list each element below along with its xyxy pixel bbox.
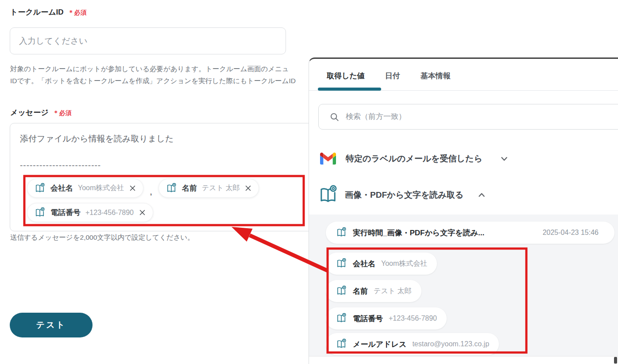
- message-divider-line: -------------------------: [20, 161, 101, 170]
- active-tab-indicator: [318, 88, 381, 91]
- group-ocr-action[interactable]: 画像・PDFから文字を読み取る: [317, 184, 487, 206]
- tab-basic-info[interactable]: 基本情報: [421, 71, 451, 81]
- message-editor[interactable]: 添付ファイルから情報を読み取りました ---------------------…: [10, 123, 329, 231]
- variable-search-input[interactable]: [346, 112, 618, 121]
- value-text: testaro@yoom.123.co.jp: [412, 340, 489, 348]
- panel-tabs: 取得した値 日付 基本情報: [309, 59, 618, 91]
- ocr-book-icon: [34, 183, 46, 194]
- talkroom-id-label-row: トークルームID ＊必須: [10, 7, 87, 17]
- chip-separator: ,: [150, 187, 152, 197]
- value-text: テスト 太郎: [374, 287, 412, 296]
- scrollbar-thumb[interactable]: [614, 357, 617, 364]
- message-text-line: 添付ファイルから情報を読み取りました: [20, 133, 174, 145]
- variable-chip-row: 電話番号 +123-456-7890: [27, 203, 153, 222]
- value-pill-name[interactable]: 名前 テスト 太郎: [326, 280, 421, 302]
- tab-date[interactable]: 日付: [385, 71, 400, 81]
- chip-label: 電話番号: [50, 207, 81, 218]
- chip-label: 名前: [182, 183, 197, 193]
- ocr-book-icon: [317, 184, 339, 206]
- required-badge: ＊必須: [68, 9, 87, 17]
- message-help-text: 送信するメッセージを2,000文字以内で設定してください。: [10, 233, 194, 242]
- value-pill-company[interactable]: 会社名 Yoom株式会社: [326, 253, 437, 275]
- talkroom-id-label: トークルームID: [10, 7, 64, 17]
- variable-search-box[interactable]: [318, 104, 618, 130]
- ocr-book-icon: [336, 338, 347, 350]
- group-gmail-trigger[interactable]: 特定のラベルのメールを受信したら: [320, 153, 509, 165]
- value-pill-exec-time[interactable]: 実行時間_画像・PDFから文字を読み... 2025-04-23 15:46: [326, 222, 614, 244]
- talkroom-id-input[interactable]: [10, 27, 286, 54]
- value-label: 電話番号: [353, 314, 383, 324]
- chevron-up-icon[interactable]: [477, 190, 487, 200]
- required-badge: ＊必須: [53, 109, 72, 117]
- ocr-book-icon: [336, 313, 347, 324]
- ocr-book-icon: [34, 207, 46, 218]
- talkroom-help-line1: 対象のトークルームにボットが参加している必要があります。トークルーム画面のメニュ: [10, 65, 289, 74]
- chip-value: Yoom株式会社: [78, 184, 124, 193]
- variable-chip-phone[interactable]: 電話番号 +123-456-7890: [27, 203, 153, 222]
- value-label: メールアドレス: [353, 339, 406, 349]
- remove-chip-icon[interactable]: [129, 184, 136, 192]
- value-text: Yoom株式会社: [381, 259, 427, 268]
- message-label-row: メッセージ ＊必須: [10, 107, 72, 118]
- variable-chip-name[interactable]: 名前 テスト 太郎: [158, 179, 259, 198]
- ocr-book-icon: [336, 258, 347, 269]
- value-text: 2025-04-23 15:46: [543, 229, 605, 237]
- variables-panel: 取得した値 日付 基本情報 特定のラベルのメールを受信したら 画像・PDFから文…: [309, 57, 618, 364]
- panel-footer: [309, 356, 618, 364]
- value-text: +123-456-7890: [389, 314, 437, 322]
- value-label: 実行時間_画像・PDFから文字を読み...: [353, 228, 484, 238]
- chevron-down-icon[interactable]: [499, 154, 509, 164]
- tab-obtained-values[interactable]: 取得した値: [327, 71, 365, 81]
- message-label: メッセージ: [10, 107, 49, 118]
- value-pill-email[interactable]: メールアドレス testaro@yoom.123.co.jp: [326, 333, 499, 355]
- workflow-editor-screen: トークルームID ＊必須 対象のトークルームにボットが参加している必要があります…: [0, 0, 618, 364]
- group-label: 特定のラベルのメールを受信したら: [346, 153, 483, 165]
- ocr-book-icon: [336, 285, 347, 297]
- remove-chip-icon[interactable]: [244, 184, 252, 192]
- ocr-book-icon: [336, 227, 347, 238]
- variable-chip-row: 会社名 Yoom株式会社 , 名前 テスト 太郎: [27, 179, 259, 198]
- talkroom-help-line2: IDです。「ボットを含むトークルームを作成」アクションを実行した際にもトークルー…: [10, 77, 296, 86]
- value-label: 会社名: [353, 259, 375, 269]
- remove-chip-icon[interactable]: [139, 209, 146, 216]
- value-pill-phone[interactable]: 電話番号 +123-456-7890: [326, 307, 447, 330]
- test-button[interactable]: テスト: [10, 313, 93, 337]
- chip-value: テスト 太郎: [202, 184, 240, 193]
- group-label: 画像・PDFから文字を読み取る: [345, 189, 464, 201]
- chip-value: +123-456-7890: [85, 209, 134, 217]
- obtained-values-list: 実行時間_画像・PDFから文字を読み... 2025-04-23 15:46 会…: [309, 215, 618, 357]
- chip-label: 会社名: [50, 183, 73, 193]
- ocr-book-icon: [166, 183, 177, 194]
- variable-chip-company[interactable]: 会社名 Yoom株式会社: [27, 179, 143, 198]
- search-icon: [329, 112, 340, 122]
- value-label: 名前: [353, 286, 368, 296]
- gmail-icon: [320, 153, 336, 165]
